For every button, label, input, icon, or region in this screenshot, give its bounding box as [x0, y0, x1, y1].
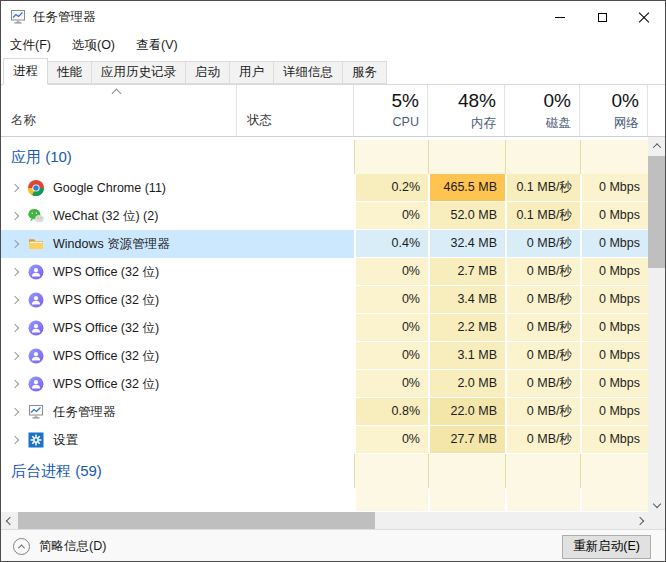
name-cell: WPS Office (32 位) [1, 258, 237, 286]
table-row-chrome[interactable]: Google Chrome (11) 0.2% 465.5 MB 0.1 MB/… [1, 174, 665, 202]
cpu-cell [354, 140, 428, 174]
menu-bar: 文件(F) 选项(O) 查看(V) [1, 33, 665, 57]
table-row-wechat[interactable]: WeChat (32 位) (2) 0% 52.0 MB 0.1 MB/秒 0 … [1, 202, 665, 230]
status-cell [237, 398, 354, 426]
name-cell: 任务管理器 [1, 398, 237, 426]
disk-cell: 0 MB/秒 [505, 230, 580, 258]
restart-button[interactable]: 重新启动(E) [562, 535, 651, 559]
tab-services[interactable]: 服务 [342, 61, 387, 84]
sort-ascending-icon [112, 89, 122, 99]
status-cell [237, 370, 354, 398]
memory-cell: 2.7 MB [428, 258, 505, 286]
status-cell [237, 174, 354, 202]
disk-cell: 0 MB/秒 [505, 426, 580, 454]
expand-chevron-icon[interactable] [11, 352, 19, 360]
expand-chevron-icon[interactable] [11, 240, 19, 248]
explorer-folder-icon [28, 236, 44, 252]
horizontal-scrollbar-thumb[interactable] [18, 512, 375, 529]
group-row-apps[interactable]: 应用 (10) [1, 140, 665, 174]
expand-chevron-icon[interactable] [11, 436, 19, 444]
expand-chevron-icon[interactable] [11, 212, 19, 220]
vertical-scrollbar[interactable] [648, 137, 665, 512]
minimize-button[interactable] [539, 1, 581, 33]
process-name: 任务管理器 [53, 404, 116, 421]
table-row-wps-4[interactable]: WPS Office (32 位) 0% 3.1 MB 0 MB/秒 0 Mbp… [1, 342, 665, 370]
table-row-wps-2[interactable]: WPS Office (32 位) 0% 3.4 MB 0 MB/秒 0 Mbp… [1, 286, 665, 314]
status-cell [237, 258, 354, 286]
table-row-wps-3[interactable]: WPS Office (32 位) 0% 2.2 MB 0 MB/秒 0 Mbp… [1, 314, 665, 342]
table-row-wps-1[interactable]: WPS Office (32 位) 0% 2.7 MB 0 MB/秒 0 Mbp… [1, 258, 665, 286]
wps-icon [28, 376, 44, 392]
scroll-down-button[interactable] [648, 495, 665, 512]
table-row-taskmgr[interactable]: 任务管理器 0.8% 22.0 MB 0 MB/秒 0 Mbps [1, 398, 665, 426]
tab-startup[interactable]: 启动 [185, 61, 230, 84]
expand-chevron-icon[interactable] [11, 408, 19, 416]
expand-chevron-icon[interactable] [11, 324, 19, 332]
name-cell: WPS Office (32 位) [1, 370, 237, 398]
network-cell [580, 454, 648, 488]
horizontal-scrollbar[interactable] [1, 512, 665, 529]
menu-file[interactable]: 文件(F) [10, 37, 51, 54]
name-cell: WPS Office (32 位) [1, 314, 237, 342]
column-header-name[interactable]: 名称 [1, 85, 237, 136]
disk-cell [505, 488, 580, 512]
scrollbar-corner [648, 512, 665, 529]
column-header-disk[interactable]: 0% 磁盘 [505, 85, 580, 136]
chevron-right-icon [635, 516, 643, 524]
disk-cell: 0.1 MB/秒 [505, 174, 580, 202]
scroll-up-button[interactable] [648, 137, 665, 154]
network-cell: 0 Mbps [580, 202, 648, 230]
wps-icon [28, 292, 44, 308]
disk-cell [505, 454, 580, 488]
expand-chevron-icon[interactable] [11, 268, 19, 276]
tab-performance[interactable]: 性能 [47, 61, 92, 84]
chevron-up-icon [652, 143, 660, 151]
name-cell: Google Chrome (11) [1, 174, 237, 202]
menu-view[interactable]: 查看(V) [136, 37, 178, 54]
process-list: 应用 (10) Google Chrome (11) [1, 137, 665, 512]
table-row-partial [1, 488, 665, 512]
cpu-cell: 0.4% [354, 230, 428, 258]
task-manager-icon [10, 9, 26, 25]
scroll-left-button[interactable] [1, 512, 18, 529]
network-cell: 0 Mbps [580, 370, 648, 398]
network-cell: 0 Mbps [580, 258, 648, 286]
wps-icon [28, 264, 44, 280]
column-header-cpu[interactable]: 5% CPU [354, 85, 428, 136]
group-row-background-processes[interactable]: 后台进程 (59) [1, 454, 665, 488]
column-header-memory[interactable]: 48% 内存 [428, 85, 505, 136]
tab-processes[interactable]: 进程 [3, 58, 48, 85]
expand-chevron-icon[interactable] [11, 380, 19, 388]
column-header-status[interactable]: 状态 [237, 85, 354, 136]
status-cell [237, 342, 354, 370]
cpu-cell: 0% [354, 426, 428, 454]
vertical-scrollbar-thumb[interactable] [648, 156, 665, 268]
close-button[interactable] [623, 1, 665, 33]
table-row-explorer-selected[interactable]: Windows 资源管理器 0.4% 32.4 MB 0 MB/秒 0 Mbps [1, 230, 665, 258]
network-cell: 0 Mbps [580, 286, 648, 314]
memory-cell [428, 140, 505, 174]
expand-chevron-icon[interactable] [11, 296, 19, 304]
process-name: WPS Office (32 位) [53, 264, 159, 281]
tab-details[interactable]: 详细信息 [273, 61, 343, 84]
cpu-cell: 0% [354, 370, 428, 398]
table-row-settings[interactable]: 设置 0% 27.7 MB 0 MB/秒 0 Mbps [1, 426, 665, 454]
disk-cell: 0 MB/秒 [505, 314, 580, 342]
disk-cell: 0 MB/秒 [505, 370, 580, 398]
task-manager-icon [28, 404, 44, 420]
table-row-wps-5[interactable]: WPS Office (32 位) 0% 2.0 MB 0 MB/秒 0 Mbp… [1, 370, 665, 398]
fewer-details-toggle[interactable]: 简略信息(D) [13, 538, 106, 555]
cpu-cell [354, 454, 428, 488]
network-cell: 0 Mbps [580, 314, 648, 342]
menu-options[interactable]: 选项(O) [72, 37, 115, 54]
column-header-network[interactable]: 0% 网络 [580, 85, 648, 136]
scroll-right-button[interactable] [631, 512, 648, 529]
disk-cell: 0.1 MB/秒 [505, 202, 580, 230]
cpu-cell: 0% [354, 314, 428, 342]
network-cell: 0 Mbps [580, 230, 648, 258]
expand-chevron-icon[interactable] [11, 184, 19, 192]
tab-users[interactable]: 用户 [229, 61, 274, 84]
process-name: WeChat (32 位) (2) [53, 208, 158, 225]
maximize-button[interactable] [581, 1, 623, 33]
tab-app-history[interactable]: 应用历史记录 [91, 61, 186, 84]
